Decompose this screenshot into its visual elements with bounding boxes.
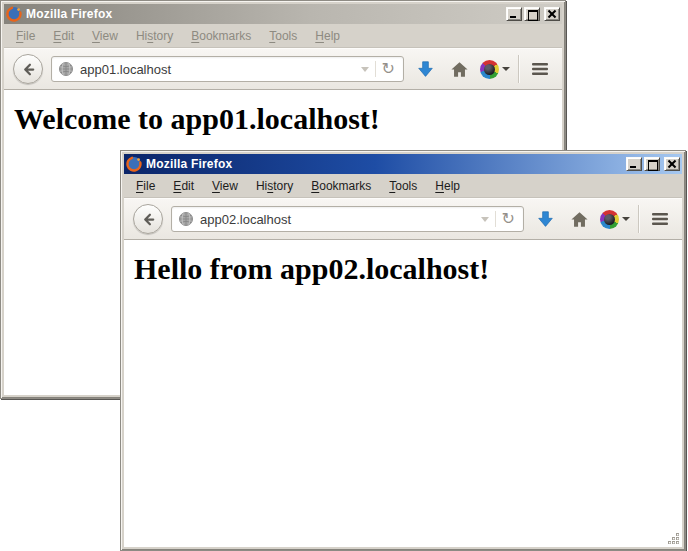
window-controls	[626, 157, 680, 171]
menu-item-bookmarks[interactable]: Bookmarks	[183, 26, 259, 46]
url-bar[interactable]	[51, 56, 404, 82]
page-heading: Hello from app02.localhost!	[134, 252, 672, 286]
home-button[interactable]	[446, 56, 472, 82]
urlbar-divider	[375, 61, 376, 77]
color-wheel-icon	[600, 210, 619, 229]
minimize-button[interactable]	[506, 7, 522, 21]
window-controls	[506, 7, 560, 21]
navigation-toolbar	[124, 198, 682, 240]
menu-bar: FileEditViewHistoryBookmarksToolsHelp	[124, 174, 682, 198]
firefox-window-app02: Mozilla Firefox FileEditViewHistoryBookm…	[120, 150, 686, 551]
download-arrow-icon	[416, 60, 435, 79]
chevron-down-icon	[502, 67, 510, 71]
color-wheel-button[interactable]	[480, 60, 510, 79]
navigation-toolbar	[4, 48, 562, 90]
menu-item-bookmarks[interactable]: Bookmarks	[303, 176, 379, 196]
menu-item-tools[interactable]: Tools	[381, 176, 425, 196]
firefox-logo-icon	[126, 156, 142, 172]
globe-icon	[178, 211, 194, 227]
toolbar-separator	[638, 205, 639, 233]
resize-grip[interactable]	[667, 532, 680, 545]
home-icon	[450, 60, 469, 79]
reload-icon[interactable]	[502, 212, 517, 226]
page-content: Hello from app02.localhost!	[124, 240, 682, 547]
desktop: Mozilla Firefox FileEditViewHistoryBookm…	[0, 0, 688, 551]
download-button[interactable]	[532, 206, 558, 232]
reload-icon[interactable]	[382, 62, 397, 76]
url-bar[interactable]	[171, 206, 524, 232]
color-wheel-button[interactable]	[600, 210, 630, 229]
menu-item-history[interactable]: History	[128, 26, 181, 46]
url-input[interactable]	[80, 62, 355, 77]
back-button[interactable]	[133, 204, 163, 234]
titlebar[interactable]: Mozilla Firefox	[124, 154, 682, 174]
menu-item-help[interactable]: Help	[307, 26, 348, 46]
menu-item-file[interactable]: File	[128, 176, 163, 196]
back-arrow-icon	[21, 62, 36, 77]
url-input[interactable]	[200, 212, 475, 227]
menu-item-history[interactable]: History	[248, 176, 301, 196]
app-menu-button[interactable]	[527, 56, 553, 82]
menu-item-tools[interactable]: Tools	[261, 26, 305, 46]
download-arrow-icon	[536, 210, 555, 229]
color-wheel-icon	[480, 60, 499, 79]
close-button[interactable]	[544, 7, 560, 21]
hamburger-icon	[651, 212, 669, 226]
maximize-button[interactable]	[644, 157, 660, 171]
app-menu-button[interactable]	[647, 206, 673, 232]
menu-item-view[interactable]: View	[84, 26, 126, 46]
home-button[interactable]	[566, 206, 592, 232]
globe-icon	[58, 61, 74, 77]
minimize-button[interactable]	[626, 157, 642, 171]
toolbar-separator	[518, 55, 519, 83]
back-button[interactable]	[13, 54, 43, 84]
hamburger-icon	[531, 62, 549, 76]
close-button[interactable]	[664, 157, 680, 171]
menu-item-help[interactable]: Help	[427, 176, 468, 196]
urlbar-dropdown-icon[interactable]	[361, 67, 369, 72]
chevron-down-icon	[622, 217, 630, 221]
menu-item-edit[interactable]: Edit	[45, 26, 82, 46]
menu-item-edit[interactable]: Edit	[165, 176, 202, 196]
download-button[interactable]	[412, 56, 438, 82]
menu-item-view[interactable]: View	[204, 176, 246, 196]
window-title: Mozilla Firefox	[146, 157, 232, 171]
back-arrow-icon	[141, 212, 156, 227]
urlbar-divider	[495, 211, 496, 227]
menu-item-file[interactable]: File	[8, 26, 43, 46]
titlebar[interactable]: Mozilla Firefox	[4, 4, 562, 24]
home-icon	[570, 210, 589, 229]
page-heading: Welcome to app01.localhost!	[14, 102, 552, 136]
window-title: Mozilla Firefox	[26, 7, 112, 21]
urlbar-dropdown-icon[interactable]	[481, 217, 489, 222]
maximize-button[interactable]	[524, 7, 540, 21]
firefox-logo-icon	[6, 6, 22, 22]
menu-bar: FileEditViewHistoryBookmarksToolsHelp	[4, 24, 562, 48]
